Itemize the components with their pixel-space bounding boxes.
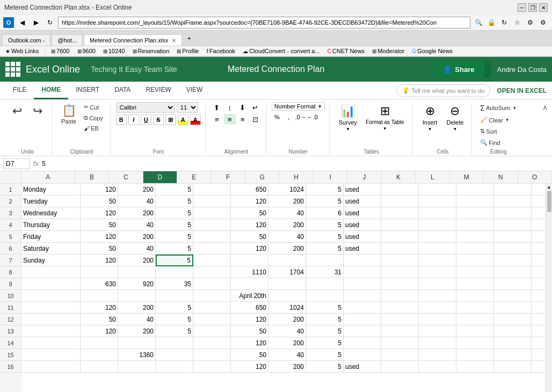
grid-cell[interactable]: 5 — [156, 255, 193, 266]
grid-cell[interactable] — [344, 349, 381, 361]
scroll-up-button[interactable]: ▲ — [546, 184, 552, 191]
tab-outlook[interactable]: Outlook.com - — [2, 34, 50, 46]
tab-file[interactable]: FILE — [5, 82, 34, 99]
grid-cell[interactable]: used — [344, 184, 381, 195]
grid-cell[interactable]: 650 — [231, 302, 268, 314]
bookmark-7600[interactable]: ⊞ 7600 — [49, 47, 71, 55]
grid-cell[interactable] — [381, 337, 419, 349]
grid-cell[interactable] — [344, 314, 381, 325]
grid-cell[interactable] — [193, 255, 231, 266]
grid-cell[interactable] — [344, 278, 381, 290]
grid-cell[interactable] — [118, 290, 156, 302]
grid-cell[interactable] — [494, 184, 532, 195]
grid-cell[interactable]: 40 — [268, 325, 306, 337]
grid-cell[interactable] — [456, 302, 494, 314]
grid-cell[interactable] — [532, 349, 546, 361]
grid-cell[interactable]: 1024 — [268, 184, 306, 195]
underline-button[interactable]: U — [141, 114, 151, 125]
address-bar[interactable] — [58, 17, 470, 28]
font-face-select[interactable]: Calibri — [116, 102, 175, 113]
delete-button[interactable]: ⊖ Delete ▼ — [443, 102, 468, 134]
row-header-4[interactable]: 4 — [0, 219, 21, 231]
grid-cell[interactable]: used — [344, 243, 381, 255]
scroll-thumb[interactable] — [547, 191, 551, 212]
grid-cell[interactable] — [419, 243, 456, 255]
grid-cell[interactable] — [118, 266, 156, 278]
grid-cell[interactable]: 40 — [118, 195, 156, 207]
grid-cell[interactable] — [381, 314, 419, 325]
grid-cell[interactable]: 5 — [306, 219, 344, 231]
grid-cell[interactable] — [419, 337, 456, 349]
tab-hot[interactable]: @hot... — [52, 34, 83, 46]
grid-cell[interactable] — [21, 278, 81, 290]
col-header-n[interactable]: N — [484, 171, 518, 183]
collapse-ribbon-button[interactable]: ∧ — [541, 102, 549, 113]
grid-cell[interactable] — [532, 195, 546, 207]
grid-cell[interactable] — [494, 231, 532, 243]
col-header-o[interactable]: O — [518, 171, 552, 183]
col-header-h[interactable]: H — [279, 171, 313, 183]
col-header-i[interactable]: I — [314, 171, 347, 183]
grid-cell[interactable] — [532, 219, 546, 231]
grid-cell[interactable] — [21, 302, 81, 314]
formula-input[interactable] — [42, 160, 549, 168]
grid-cell[interactable] — [456, 207, 494, 219]
tell-me-box[interactable]: 💡 Tell me what you want to do — [396, 84, 491, 97]
grid-cell[interactable] — [344, 290, 381, 302]
refresh-button[interactable]: ↻ — [44, 17, 56, 28]
grid-cell[interactable]: used — [344, 361, 381, 373]
grid-cell[interactable] — [193, 325, 231, 337]
grid-cell[interactable]: 50 — [81, 314, 118, 325]
grid-cell[interactable]: 200 — [118, 255, 156, 266]
grid-cell[interactable] — [419, 349, 456, 361]
tab-home[interactable]: HOME — [34, 82, 68, 99]
grid-cell[interactable] — [532, 184, 546, 195]
row-header-3[interactable]: 3 — [0, 207, 21, 219]
row-header-15[interactable]: 15 — [0, 349, 21, 361]
user-name[interactable]: Andre Da Costa — [497, 66, 547, 74]
grid-cell[interactable] — [456, 219, 494, 231]
grid-cell[interactable]: 120 — [81, 207, 118, 219]
bookmark-profile[interactable]: ⊞ Profile — [175, 47, 201, 55]
sort-button[interactable]: ⇅ Sort — [477, 126, 499, 136]
grid-cell[interactable] — [419, 255, 456, 266]
merge-button[interactable]: ⊡ — [250, 114, 262, 125]
cut-button[interactable]: ✂ Cut — [81, 102, 106, 112]
grid-cell[interactable]: 200 — [268, 361, 306, 373]
grid-cell[interactable] — [456, 266, 494, 278]
grid-cell[interactable] — [193, 302, 231, 314]
grid-cell[interactable] — [494, 255, 532, 266]
grid-cell[interactable]: Thursday — [21, 219, 81, 231]
grid-cell[interactable]: 40 — [268, 207, 306, 219]
grid-cell[interactable] — [381, 195, 419, 207]
grid-cell[interactable] — [456, 278, 494, 290]
grid-cell[interactable] — [381, 361, 419, 373]
grid-cell[interactable] — [419, 361, 456, 373]
tab-data[interactable]: DATA — [107, 82, 138, 99]
col-header-l[interactable]: L — [416, 171, 449, 183]
bold-button[interactable]: B — [116, 114, 127, 125]
grid-cell[interactable] — [381, 243, 419, 255]
grid-cell[interactable] — [21, 290, 81, 302]
grid-cell[interactable] — [81, 361, 118, 373]
grid-cell[interactable] — [419, 278, 456, 290]
tab-close-icon[interactable]: ✕ — [172, 38, 176, 43]
grid-cell[interactable]: 5 — [156, 219, 193, 231]
grid-cell[interactable] — [456, 361, 494, 373]
grid-cell[interactable] — [494, 243, 532, 255]
grid-cell[interactable] — [344, 337, 381, 349]
bookmark-reservation[interactable]: ⊞ Reservation — [130, 47, 172, 55]
grid-cell[interactable] — [419, 266, 456, 278]
col-header-c[interactable]: C — [109, 171, 143, 183]
grid-cell[interactable]: 650 — [231, 184, 268, 195]
survey-button[interactable]: 📊 Survey ▼ — [335, 102, 361, 134]
grid-cell[interactable]: 5 — [306, 325, 344, 337]
grid-cell[interactable]: 6 — [306, 207, 344, 219]
favorites-icon[interactable]: ☆ — [511, 17, 523, 28]
grid-cell[interactable] — [156, 266, 193, 278]
row-header-1[interactable]: 1 — [0, 184, 21, 195]
grid-cell[interactable]: 120 — [231, 243, 268, 255]
grid-cell[interactable]: 200 — [118, 231, 156, 243]
grid-cell[interactable]: 5 — [156, 243, 193, 255]
grid-cell[interactable] — [381, 266, 419, 278]
